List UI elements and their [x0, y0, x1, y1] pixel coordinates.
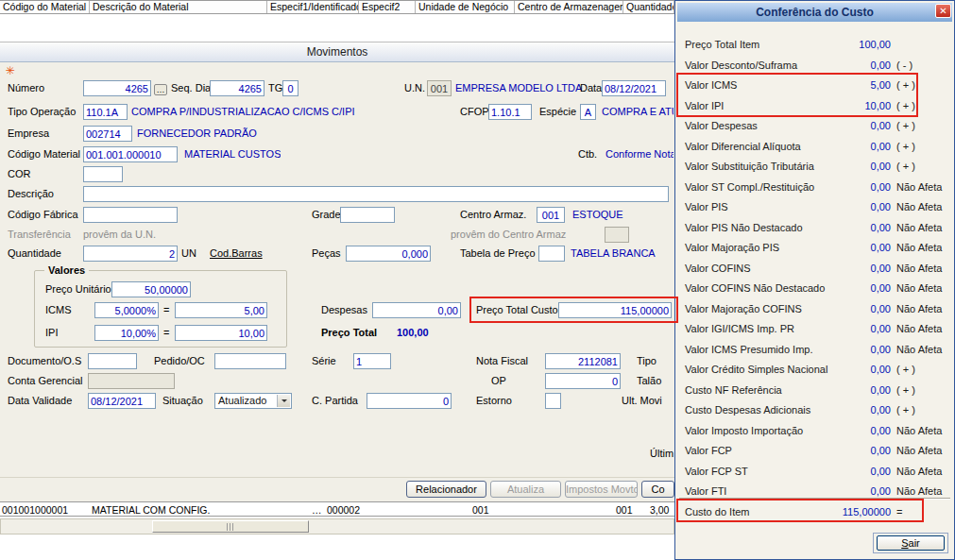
cost-row: Valor Majoração PIS0,00Não Afeta [675, 238, 954, 259]
preco-total-custo-input[interactable] [558, 302, 672, 318]
cost-row-suffix: = [896, 502, 951, 523]
numero-browse-button[interactable]: … [154, 84, 167, 95]
sair-button-label: Sair [878, 537, 944, 550]
serie-input[interactable] [353, 353, 391, 369]
op-label: OP [491, 373, 506, 389]
despesas-label: Despesas [321, 302, 367, 318]
icms-value-input[interactable] [175, 302, 267, 318]
descricao-input[interactable] [83, 186, 669, 202]
horizontal-scrollbar[interactable] [0, 518, 674, 535]
ctb-label: Ctb. [578, 146, 597, 162]
cost-row: Valor PIS Não Destacado0,00Não Afeta [675, 218, 954, 239]
estorno-input[interactable] [545, 393, 561, 409]
atualiza-button[interactable]: Atualiza [490, 481, 561, 498]
grade-label: Grade [312, 207, 341, 223]
grade-input[interactable] [340, 207, 395, 223]
grid-column-header[interactable]: Código do Material [0, 1, 90, 13]
grid-column-header[interactable]: Descrição do Material [90, 1, 267, 13]
quantidade-unit-label: UN [181, 246, 196, 262]
close-icon[interactable]: ✕ [935, 4, 951, 18]
pecas-input[interactable] [346, 246, 431, 262]
numero-input[interactable] [83, 80, 151, 96]
situacao-select[interactable]: Atualizado [214, 393, 292, 409]
grid-cell: … [312, 503, 322, 517]
documento-input[interactable] [88, 353, 137, 369]
tabela-preco-input[interactable] [538, 246, 565, 262]
cost-row-suffix: ( + ) [896, 96, 951, 117]
cost-row-value: 0,00 [789, 381, 891, 401]
c-partida-input[interactable] [367, 393, 452, 409]
preco-unitario-input[interactable] [111, 281, 191, 297]
op-input[interactable] [545, 373, 621, 389]
cost-row: Custo do Item115,00000= [675, 502, 954, 523]
cost-row-value: 0,00 [789, 157, 891, 178]
grid-column-header[interactable]: Quantidade [623, 1, 674, 13]
dialog-titlebar[interactable]: Conferência do Custo [677, 3, 952, 22]
empresa-input[interactable] [83, 126, 132, 142]
cost-row: Valor PIS0,00Não Afeta [675, 197, 954, 218]
preco-total-value: 100,00 [397, 325, 429, 341]
cost-row-label: Valor IGI/ICMS Imp. PR [685, 319, 794, 340]
quantidade-input[interactable] [83, 246, 178, 262]
app: Código do MaterialDescrição do MaterialE… [0, 0, 955, 560]
conferencia-custo-dialog: Conferência do Custo ✕ Preço Total Item1… [674, 0, 955, 560]
despesas-input[interactable] [372, 302, 461, 318]
chevron-down-icon[interactable] [277, 395, 290, 407]
especie-input[interactable] [580, 104, 596, 120]
grid-cell: 001 [472, 503, 489, 517]
cor-label: COR [8, 166, 30, 182]
cost-row: Valor ST Compl./Restituição0,00Não Afeta [675, 178, 954, 198]
data-validade-label: Data Validade [8, 393, 72, 409]
grid-cell: MATERIAL COM CONFIG. [92, 503, 210, 517]
cost-row-value: 0,00 [789, 178, 891, 198]
cost-row: Valor Diferencial Alíquota0,00( + ) [675, 137, 954, 158]
grid-column-header[interactable]: Unidade de Negócio [416, 1, 515, 13]
grid-column-header[interactable]: Especif1/Identificador [267, 1, 359, 13]
tg-input[interactable] [282, 80, 298, 96]
pedido-input[interactable] [214, 353, 286, 369]
seq-dia-input[interactable] [210, 80, 264, 96]
grid-cell: 001001000001 [2, 503, 68, 517]
cfop-input[interactable] [488, 104, 532, 120]
un-input[interactable] [427, 80, 452, 96]
cost-row-value: 5,00 [789, 76, 891, 96]
cut-off-button[interactable]: Co [641, 481, 674, 498]
cost-row-label: Valor ICMS [685, 76, 737, 96]
cost-row-suffix: ( + ) [896, 400, 951, 421]
valores-title: Valores [44, 263, 89, 278]
transferencia-centro-input[interactable] [605, 227, 629, 243]
centro-armaz-input[interactable] [537, 207, 565, 223]
grid-row[interactable]: 001001000001MATERIAL COM CONFIG.…0000020… [0, 501, 674, 517]
tipo-operacao-description: COMPRA P/INDUSTRIALIZACAO C/ICMS C/IPI [131, 104, 355, 120]
ultimo-label: Últim [650, 446, 674, 462]
impostos-movto-button[interactable]: Impostos Movto [565, 481, 638, 498]
tipo-label: Tipo [637, 353, 657, 369]
sair-button[interactable]: Sair [877, 535, 945, 551]
transferencia-label: Transferência [8, 227, 71, 243]
grid-column-header[interactable]: Centro de Armazenagem [515, 1, 623, 13]
icms-equals: = [163, 302, 169, 318]
tipo-operacao-input[interactable] [83, 104, 128, 120]
cod-barras-link[interactable]: Cod.Barras [210, 246, 263, 262]
conta-gerencial-input[interactable] [88, 373, 175, 389]
cost-row-suffix: ( + ) [896, 76, 951, 96]
cost-row: Valor ICMS Presumido Imp.0,00Não Afeta [675, 340, 954, 361]
grid-cell: 001 [616, 503, 633, 517]
relacionador-button[interactable]: Relacionador [406, 481, 486, 498]
cor-input[interactable] [83, 166, 123, 182]
scrollbar-thumb[interactable] [152, 520, 309, 533]
ipi-value-input[interactable] [175, 325, 267, 341]
codigo-fabrica-input[interactable] [83, 207, 178, 223]
grid-column-header[interactable]: Especif2 [359, 1, 416, 13]
codigo-material-input[interactable] [83, 146, 178, 162]
data-input[interactable] [602, 80, 666, 96]
cost-row: Valor COFINS Não Destacado0,00Não Afeta [675, 279, 954, 299]
pedido-label: Pedido/OC [154, 353, 205, 369]
icms-pct-input[interactable] [94, 302, 159, 318]
ipi-pct-input[interactable] [94, 325, 159, 341]
data-validade-input[interactable] [88, 393, 156, 409]
nota-fiscal-input[interactable] [545, 353, 621, 369]
cost-row-value: 0,00 [789, 197, 891, 218]
cost-row-value: 100,00 [789, 35, 891, 56]
cost-row: Valor ICMS5,00( + ) [675, 76, 954, 96]
